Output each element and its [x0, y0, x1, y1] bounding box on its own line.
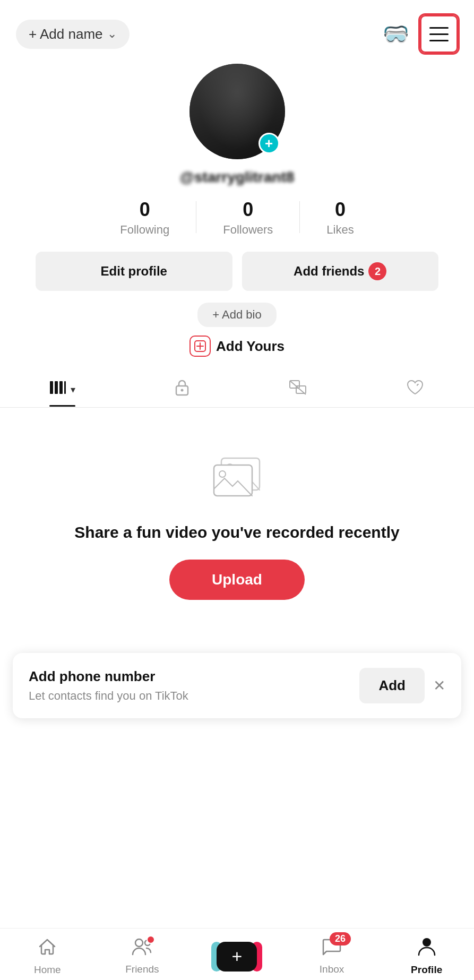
edit-profile-label: Edit profile — [101, 264, 167, 278]
add-name-label: + Add name — [29, 26, 103, 42]
svg-rect-14 — [214, 465, 252, 496]
phone-close-button[interactable]: ✕ — [433, 677, 445, 694]
profile-icon — [418, 937, 436, 961]
menu-line-1 — [429, 27, 449, 29]
svg-point-18 — [423, 938, 431, 947]
top-header: + Add name ⌄ 🥽 — [0, 0, 474, 58]
add-yours-icon — [189, 336, 211, 357]
home-label: Home — [34, 964, 61, 976]
avatar-add-button[interactable]: + — [258, 133, 280, 154]
followers-label: Followers — [223, 223, 273, 237]
likes-stat[interactable]: 0 Likes — [300, 199, 380, 237]
nav-profile[interactable]: Profile — [406, 937, 448, 976]
svg-point-8 — [181, 389, 184, 392]
add-bio-button[interactable]: + Add bio — [197, 303, 276, 327]
likes-count: 0 — [335, 199, 346, 221]
home-icon — [38, 937, 57, 961]
followers-count: 0 — [243, 199, 253, 221]
following-count: 0 — [140, 199, 150, 221]
friends-label: Friends — [125, 964, 159, 975]
empty-icon — [205, 450, 269, 505]
menu-line-2 — [429, 33, 449, 35]
add-icon: + — [232, 946, 243, 967]
following-label: Following — [120, 223, 169, 237]
add-yours-label: Add Yours — [216, 338, 285, 355]
tab-private[interactable] — [174, 372, 190, 407]
reposts-tab-icon — [289, 380, 307, 399]
nav-home[interactable]: Home — [26, 937, 68, 976]
phone-card-text: Add phone number Let contacts find you o… — [29, 668, 351, 703]
videos-tab-chevron: ▾ — [71, 384, 75, 396]
add-name-button[interactable]: + Add name ⌄ — [16, 20, 130, 49]
inbox-label: Inbox — [320, 964, 344, 975]
likes-label: Likes — [326, 223, 354, 237]
empty-title: Share a fun video you've recorded recent… — [74, 521, 399, 544]
tab-reposts[interactable] — [289, 372, 307, 407]
likes-tab-icon — [406, 379, 425, 400]
add-friends-label: Add friends — [294, 264, 364, 279]
tab-likes[interactable] — [406, 372, 425, 407]
profile-section: + @starryglitrant8 0 Following 0 Followe… — [0, 58, 474, 408]
following-stat[interactable]: 0 Following — [93, 199, 196, 237]
avatar-container: + — [189, 64, 285, 159]
svg-rect-3 — [50, 381, 53, 394]
svg-rect-4 — [55, 381, 58, 394]
add-yours-row[interactable]: Add Yours — [189, 336, 285, 357]
username: @starryglitrant8 — [180, 169, 295, 186]
menu-button[interactable] — [420, 15, 458, 53]
add-bio-label: + Add bio — [212, 308, 261, 321]
tabs-row: ▾ — [0, 372, 474, 408]
phone-add-button[interactable]: Add — [359, 668, 425, 703]
upload-button[interactable]: Upload — [169, 560, 305, 600]
inbox-badge: 26 — [330, 932, 351, 945]
phone-number-card: Add phone number Let contacts find you o… — [13, 653, 461, 718]
svg-rect-6 — [64, 381, 66, 394]
private-tab-icon — [174, 379, 190, 400]
svg-point-16 — [135, 939, 143, 947]
profile-label: Profile — [411, 964, 442, 976]
glasses-icon[interactable]: 🥽 — [383, 22, 409, 47]
header-right: 🥽 — [383, 15, 458, 53]
nav-friends[interactable]: Friends — [121, 938, 163, 975]
nav-inbox[interactable]: 26 Inbox — [311, 938, 353, 975]
add-button[interactable]: + — [217, 942, 257, 972]
upload-label: Upload — [212, 571, 262, 588]
tab-videos[interactable]: ▾ — [49, 373, 75, 406]
phone-card-title: Add phone number — [29, 668, 351, 685]
menu-line-3 — [429, 40, 449, 41]
videos-tab-icon — [49, 380, 66, 399]
edit-profile-button[interactable]: Edit profile — [36, 252, 232, 291]
phone-add-label: Add — [378, 677, 406, 693]
bottom-nav: Home Friends + — [0, 928, 474, 980]
phone-card-subtitle: Let contacts find you on TikTok — [29, 689, 351, 703]
empty-state: Share a fun video you've recorded recent… — [0, 408, 474, 642]
followers-stat[interactable]: 0 Followers — [196, 199, 299, 237]
stats-row: 0 Following 0 Followers 0 Likes — [0, 199, 474, 237]
chevron-down-icon: ⌄ — [107, 27, 117, 41]
action-buttons: Edit profile Add friends 2 — [36, 252, 438, 291]
add-friends-badge: 2 — [368, 262, 386, 280]
friends-notification-dot — [146, 935, 155, 944]
nav-add[interactable]: + — [216, 942, 258, 972]
svg-rect-5 — [59, 381, 63, 394]
add-friends-button[interactable]: Add friends 2 — [242, 252, 439, 291]
